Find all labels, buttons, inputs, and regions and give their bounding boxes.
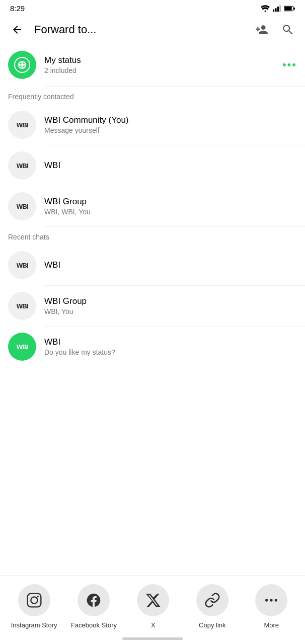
back-button[interactable] <box>8 21 26 39</box>
my-status-row[interactable]: My status 2 included ••• <box>0 44 305 86</box>
wbi-group-recent-avatar: WBI <box>8 292 36 320</box>
my-status-subtitle: 2 included <box>44 66 282 74</box>
contact-info: WBI Group WBI, You <box>44 296 297 315</box>
share-item-facebook[interactable]: Facebook Story <box>71 584 117 630</box>
instagram-label: Instagram Story <box>11 621 57 630</box>
my-status-name: My status <box>44 55 282 65</box>
list-item[interactable]: WBI WBI <box>0 245 305 285</box>
recent-chats-header: Recent chats <box>0 227 305 245</box>
copy-link-label: Copy link <box>199 621 225 630</box>
contact-name: WBI Group <box>44 296 297 306</box>
share-item-more[interactable]: More <box>249 584 294 630</box>
svg-rect-3 <box>279 5 281 12</box>
contact-subtitle: Message yourself <box>44 126 297 134</box>
share-bar: Instagram Story Facebook Story X <box>0 576 305 644</box>
contact-info: WBI Do you like my status? <box>44 337 297 356</box>
my-status-text: My status 2 included <box>44 55 282 74</box>
svg-rect-1 <box>275 8 276 12</box>
toolbar: Forward to... <box>0 16 305 44</box>
x-icon-circle <box>137 584 169 616</box>
signal-icon <box>273 5 281 12</box>
frequently-contacted-header: Frequently contacted <box>0 87 305 105</box>
facebook-icon-circle <box>78 584 110 616</box>
facebook-icon <box>86 592 102 608</box>
contact-name: WBI <box>44 260 297 270</box>
instagram-icon-circle <box>18 584 50 616</box>
svg-rect-2 <box>277 7 279 12</box>
more-label: More <box>264 621 279 630</box>
wbi-group-avatar: WBI <box>8 192 36 220</box>
svg-rect-0 <box>273 9 274 12</box>
wbi-recent-avatar: WBI <box>8 251 36 279</box>
more-icon-circle <box>255 584 287 616</box>
bottom-handle <box>122 637 183 640</box>
battery-icon <box>284 6 295 12</box>
more-icon <box>263 592 279 608</box>
wbi-community-avatar: WBI <box>8 111 36 139</box>
svg-rect-6 <box>293 7 295 9</box>
share-item-x[interactable]: X <box>130 584 176 630</box>
toolbar-title: Forward to... <box>34 23 245 36</box>
contact-info: WBI <box>44 260 297 270</box>
svg-rect-11 <box>27 594 41 607</box>
instagram-icon <box>26 592 42 608</box>
add-contact-button[interactable] <box>253 21 271 39</box>
contact-subtitle: WBI, You <box>44 307 297 315</box>
contact-info: WBI Community (You) Message yourself <box>44 115 297 134</box>
list-item[interactable]: WBI WBI <box>0 145 305 186</box>
share-item-instagram[interactable]: Instagram Story <box>11 584 57 630</box>
contact-info: WBI <box>44 160 297 171</box>
wbi-green-avatar: WBI <box>8 333 36 361</box>
search-button[interactable] <box>279 21 297 39</box>
svg-point-12 <box>31 597 37 603</box>
share-item-copy-link[interactable]: Copy link <box>190 584 235 630</box>
my-status-menu[interactable]: ••• <box>282 58 297 71</box>
x-label: X <box>151 621 156 630</box>
contact-name: WBI Community (You) <box>44 115 297 125</box>
svg-point-15 <box>270 599 273 601</box>
contact-subtitle: Do you like my status? <box>44 348 297 356</box>
svg-rect-5 <box>284 7 291 10</box>
my-status-avatar <box>8 51 36 79</box>
contact-name: WBI <box>44 337 297 347</box>
contact-subtitle: WBI, WBI, You <box>44 208 297 216</box>
share-items: Instagram Story Facebook Story X <box>0 584 305 630</box>
status-bar: 8:29 <box>0 0 305 16</box>
svg-point-14 <box>265 599 268 601</box>
x-icon <box>145 592 161 608</box>
copy-link-icon-circle <box>196 584 228 616</box>
facebook-label: Facebook Story <box>71 621 117 630</box>
list-item[interactable]: WBI WBI Group WBI, You <box>0 286 305 326</box>
contact-name: WBI <box>44 160 297 171</box>
wifi-icon <box>261 5 270 12</box>
list-item[interactable]: WBI WBI Community (You) Message yourself <box>0 105 305 145</box>
svg-point-16 <box>275 599 277 601</box>
status-icons <box>261 5 295 12</box>
link-icon <box>204 592 220 608</box>
contact-name: WBI Group <box>44 197 297 207</box>
list-item[interactable]: WBI WBI Do you like my status? <box>0 327 305 367</box>
list-item[interactable]: WBI WBI Group WBI, WBI, You <box>0 186 305 226</box>
svg-point-13 <box>37 596 38 597</box>
contact-info: WBI Group WBI, WBI, You <box>44 197 297 216</box>
wbi-avatar: WBI <box>8 151 36 180</box>
status-time: 8:29 <box>10 4 25 13</box>
